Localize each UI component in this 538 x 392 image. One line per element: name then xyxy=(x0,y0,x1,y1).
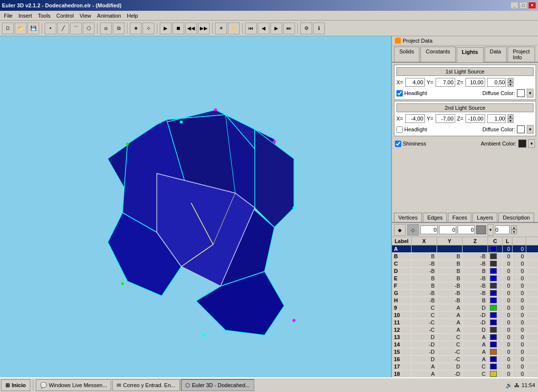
menu-help[interactable]: Help xyxy=(124,12,141,20)
light2-spin-input[interactable] xyxy=(487,114,506,123)
play-button[interactable]: ▶ xyxy=(160,23,171,34)
maximize-button[interactable]: □ xyxy=(519,2,527,9)
stop-button[interactable]: ⏹ xyxy=(172,23,184,34)
table-row[interactable]: 12 -C A D 0 0 xyxy=(392,326,538,334)
table-row[interactable]: 17 A D C 0 0 xyxy=(392,363,538,370)
light1-spin-btns[interactable]: ▲ ▼ xyxy=(508,78,514,87)
grid-color-selector[interactable] xyxy=(476,225,486,234)
light2-spin-up[interactable]: ▲ xyxy=(508,114,514,119)
tab-lights[interactable]: Lights xyxy=(457,47,484,62)
grid-tool-1[interactable]: ◆ xyxy=(394,224,406,236)
anim-back[interactable]: ◀ xyxy=(258,23,269,34)
info-button[interactable]: ℹ xyxy=(313,23,325,34)
menu-tools[interactable]: Tools xyxy=(35,12,53,20)
light2-headlight-check[interactable] xyxy=(396,126,403,133)
prop-button[interactable]: ⚙ xyxy=(300,23,312,34)
light2-z-input[interactable] xyxy=(465,114,485,123)
anim-next[interactable]: ⏭ xyxy=(283,23,295,34)
grid-spin-up[interactable]: ▲ xyxy=(511,225,517,230)
grid-num-input[interactable] xyxy=(495,225,510,234)
canvas-area[interactable] xyxy=(0,36,391,382)
taskbar-item-3[interactable]: ⬡ Euler 3D - Dodecahed... xyxy=(181,379,254,391)
menu-animation[interactable]: Animation xyxy=(94,12,124,20)
light1-diffuse-color[interactable] xyxy=(517,89,525,97)
light2-color-picker[interactable]: ▼ xyxy=(527,125,534,134)
menu-file[interactable]: File xyxy=(1,12,16,20)
light2-diffuse-color[interactable] xyxy=(517,125,525,133)
table-row[interactable]: E B B -B 0 0 xyxy=(392,275,538,282)
table-row[interactable]: D -B B B 0 0 xyxy=(392,268,538,275)
tab-solids[interactable]: Solids xyxy=(394,47,419,62)
table-row[interactable]: 10 C A -D 0 0 xyxy=(392,312,538,319)
table-row[interactable]: H -B -B B 0 0 xyxy=(392,297,538,304)
light1-y-input[interactable] xyxy=(436,78,455,87)
light2-spin-btns[interactable]: ▲ ▼ xyxy=(508,114,514,123)
extrude-tool[interactable]: ⧈ xyxy=(100,23,112,34)
tab-constants[interactable]: Constants xyxy=(420,47,456,62)
anim-fwd[interactable]: ▶ xyxy=(270,23,282,34)
ambient-color[interactable] xyxy=(518,140,526,147)
grid-y-input[interactable] xyxy=(439,225,456,234)
open-button[interactable]: 📂 xyxy=(15,23,26,34)
start-button[interactable]: ⊞ Inicio xyxy=(1,379,30,391)
light1-z-input[interactable] xyxy=(465,78,485,87)
render2-button[interactable]: ⚡ xyxy=(228,23,240,34)
grid-num-spinner[interactable]: ▲ ▼ xyxy=(511,225,517,234)
light2-headlight-label[interactable]: Headlight xyxy=(396,126,427,133)
light1-spin-up[interactable]: ▲ xyxy=(508,78,514,82)
curve-tool[interactable]: ⌒ xyxy=(70,23,82,34)
grid-color-arrow[interactable]: ▼ xyxy=(488,224,493,236)
select-tool[interactable]: ⊹ xyxy=(143,23,154,34)
window-controls[interactable]: _ □ ✕ xyxy=(511,2,536,9)
save-button[interactable]: 💾 xyxy=(27,23,39,34)
star-tool[interactable]: ★ xyxy=(130,23,142,34)
close-button[interactable]: ✕ xyxy=(528,2,536,9)
table-row[interactable]: 16 D -C A 0 0 xyxy=(392,356,538,363)
dot-tool[interactable]: • xyxy=(45,23,56,34)
btab-edges[interactable]: Edges xyxy=(423,213,447,222)
line-tool[interactable]: ╱ xyxy=(57,23,69,34)
table-row[interactable]: 14 -D C A 0 0 xyxy=(392,341,538,348)
grid-spin-down[interactable]: ▼ xyxy=(511,230,517,234)
btab-description[interactable]: Description xyxy=(498,213,534,222)
taskbar-item-1[interactable]: 💬 Windows Live Messen... xyxy=(36,379,112,391)
table-row[interactable]: C -B B -B 0 0 xyxy=(392,260,538,268)
tab-project-info[interactable]: Project Info xyxy=(508,47,535,62)
table-row[interactable]: F B -B -B 0 0 xyxy=(392,282,538,290)
btab-layers[interactable]: Layers xyxy=(472,213,497,222)
minimize-button[interactable]: _ xyxy=(511,2,518,9)
light2-spin-down[interactable]: ▼ xyxy=(508,119,514,123)
grid-tool-2[interactable]: ◇ xyxy=(407,224,419,236)
shininess-check[interactable] xyxy=(395,141,401,147)
table-row[interactable]: 15 -D -C A 0 0 xyxy=(392,348,538,356)
grid-x-input[interactable] xyxy=(420,225,438,234)
light2-x-input[interactable] xyxy=(405,114,425,123)
new-button[interactable]: 🗋 xyxy=(2,23,14,34)
light1-color-picker[interactable]: ▼ xyxy=(527,89,534,98)
btab-faces[interactable]: Faces xyxy=(448,213,471,222)
light1-spin-input[interactable] xyxy=(487,78,506,87)
shininess-label[interactable]: Shininess xyxy=(395,141,426,147)
shape-tool[interactable]: ⬡ xyxy=(83,23,95,34)
ambient-color-picker[interactable]: ▼ xyxy=(528,139,535,148)
light2-y-input[interactable] xyxy=(436,114,455,123)
table-row[interactable]: 13 D C A 0 0 xyxy=(392,334,538,341)
table-row[interactable]: 9 C A D 0 0 xyxy=(392,304,538,312)
menu-view[interactable]: View xyxy=(76,12,94,20)
prev-button[interactable]: ◀◀ xyxy=(185,23,197,34)
taskbar-item-2[interactable]: ✉ Correo y Entrad. En... xyxy=(112,379,179,391)
menu-control[interactable]: Control xyxy=(53,12,76,20)
light1-spin-down[interactable]: ▼ xyxy=(508,82,514,87)
data-grid[interactable]: Label X Y Z C L A 0 0 B B B -B 0 0 C -B … xyxy=(392,237,538,382)
render-button[interactable]: ☀ xyxy=(215,23,227,34)
grid-z-input[interactable] xyxy=(458,225,475,234)
light1-headlight-check[interactable] xyxy=(396,90,403,97)
light1-headlight-label[interactable]: Headlight xyxy=(396,90,427,97)
next-button[interactable]: ▶▶ xyxy=(198,23,210,34)
extrude2-tool[interactable]: ⧉ xyxy=(113,23,124,34)
tab-data[interactable]: Data xyxy=(485,47,507,62)
table-row[interactable]: B B B -B 0 0 xyxy=(392,253,538,260)
table-row[interactable]: 18 A -D C 0 0 xyxy=(392,370,538,378)
menu-insert[interactable]: Insert xyxy=(16,12,35,20)
light1-x-input[interactable] xyxy=(405,78,425,87)
